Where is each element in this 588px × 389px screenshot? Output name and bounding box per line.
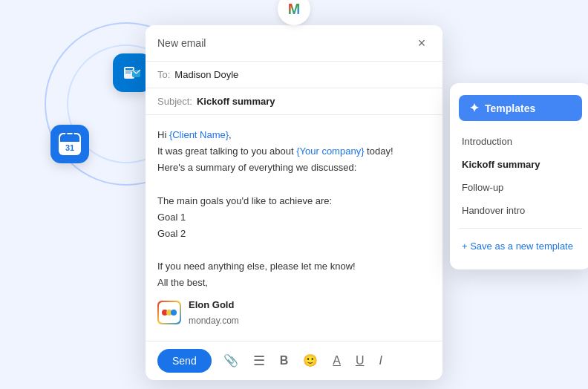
body-goal-2: Goal 2 (157, 226, 431, 242)
templates-divider (459, 228, 582, 229)
svg-rect-3 (125, 71, 133, 72)
italic-icon[interactable]: I (376, 353, 385, 369)
list-icon[interactable]: ☰ (250, 351, 268, 370)
body-line-2: It was great talking to you about {Your … (157, 143, 431, 160)
body-closing-1: If you need anything else, please let me… (157, 258, 431, 275)
signature-text: Elon Gold monday.com (189, 297, 239, 328)
signature-name: Elon Gold (189, 297, 239, 313)
main-content: M New email × To: Madison Doyle Subject:… (146, 9, 442, 379)
svg-text:31: 31 (65, 143, 74, 152)
subject-value: Kickoff summary (197, 96, 275, 107)
body-closing-2: All the best, (157, 275, 431, 291)
subject-label: Subject: (157, 96, 192, 107)
templates-title: Templates (485, 102, 535, 114)
send-button[interactable]: Send (157, 349, 212, 373)
email-toolbar: Send 📎 ☰ B 🙂 A U I (146, 341, 442, 380)
underline-icon[interactable]: U (353, 353, 368, 369)
email-compose-window: New email × To: Madison Doyle Subject: K… (146, 25, 442, 379)
templates-panel: ✦ Templates Introduction Kickoff summary… (450, 83, 588, 269)
calendar-icon: 31 (50, 125, 89, 163)
svg-point-17 (171, 310, 177, 316)
templates-header: ✦ Templates (459, 95, 582, 121)
client-name-placeholder: {Client Name} (169, 129, 229, 140)
svg-rect-10 (60, 139, 79, 142)
template-item-followup[interactable]: Follow-up (450, 176, 588, 199)
text-color-icon[interactable]: A (330, 353, 344, 369)
bold-icon[interactable]: B (277, 353, 292, 369)
svg-rect-13 (73, 133, 75, 138)
body-greeting: Hi {Client Name}, (157, 127, 431, 143)
subject-field: Subject: Kickoff summary (146, 88, 442, 115)
company-placeholder: {Your company} (296, 146, 364, 157)
body-goal-1: Goal 1 (157, 209, 431, 226)
body-goals-intro: The main goals you'd like to achieve are… (157, 193, 431, 209)
template-item-introduction[interactable]: Introduction (450, 130, 588, 153)
svg-rect-4 (125, 73, 131, 74)
signature-company: monday.com (189, 313, 239, 328)
gmail-letter: M (288, 1, 301, 18)
svg-rect-2 (125, 68, 133, 70)
monday-logo (157, 301, 181, 324)
emoji-icon[interactable]: 🙂 (300, 352, 321, 369)
email-body[interactable]: Hi {Client Name}, It was great talking t… (146, 115, 442, 340)
close-button[interactable]: × (413, 34, 431, 52)
to-field: To: Madison Doyle (146, 62, 442, 88)
template-item-handover[interactable]: Handover intro (450, 199, 588, 222)
svg-rect-12 (65, 133, 68, 138)
save-template-button[interactable]: + Save as a new template (450, 235, 588, 258)
wand-icon: ✦ (469, 101, 479, 115)
template-item-kickoff[interactable]: Kickoff summary (450, 153, 588, 176)
gmail-logo: M (278, 0, 310, 25)
compose-title: New email (157, 37, 206, 49)
to-label: To: (157, 69, 170, 80)
email-signature: Elon Gold monday.com (157, 297, 431, 328)
body-line-3: Here's a summary of everything we discus… (157, 160, 431, 176)
attachment-icon[interactable]: 📎 (220, 352, 241, 369)
email-header: New email × (146, 25, 442, 62)
to-value: Madison Doyle (174, 69, 238, 80)
